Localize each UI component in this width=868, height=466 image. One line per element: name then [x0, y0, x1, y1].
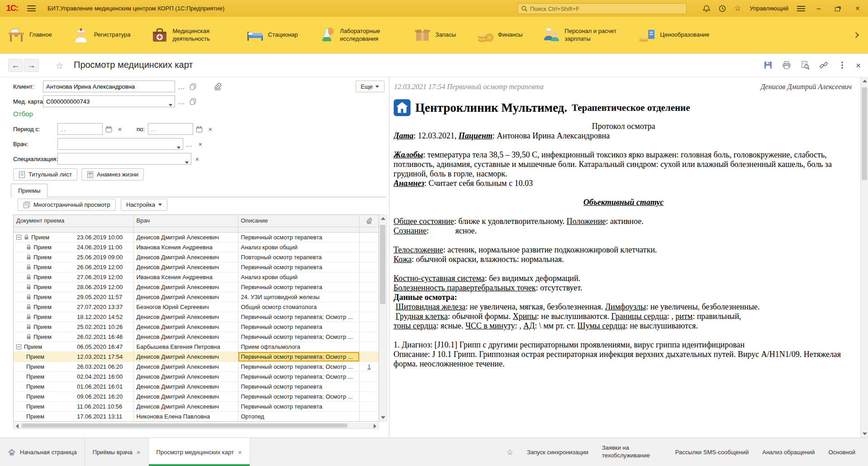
anamnesis-button[interactable]: Анамнез жизни: [81, 168, 144, 181]
column-header-document[interactable]: Документ приема: [14, 215, 133, 227]
collapse-group-icon[interactable]: [16, 235, 21, 240]
tab-prosmotr-medkart[interactable]: Просмотр медицинских карт ×: [149, 438, 250, 466]
scrollbar-thumb[interactable]: [22, 423, 347, 428]
document-scrollbar[interactable]: [860, 77, 868, 437]
scroll-down-icon[interactable]: [381, 416, 385, 419]
appointment-row[interactable]: Прием09.06.2021 16:20Денисов Дмитрий Але…: [14, 391, 379, 401]
global-search[interactable]: [517, 3, 687, 14]
minimize-button[interactable]: –: [813, 3, 825, 14]
attachment-count-link[interactable]: 1: [367, 363, 370, 370]
column-header-doctor[interactable]: Врач: [133, 215, 238, 227]
appointment-row[interactable]: Прием01.06.2021 16:01Денисов Дмитрий Але…: [14, 381, 379, 391]
favorites-icon[interactable]: ☆: [507, 448, 513, 456]
period-to-input[interactable]: . .: [148, 123, 193, 135]
period-from-clear-button[interactable]: ×: [114, 123, 125, 135]
tab-priemy[interactable]: Приемы: [11, 184, 47, 197]
doctor-clear-button[interactable]: ×: [195, 138, 206, 150]
scroll-down-icon[interactable]: [863, 433, 867, 435]
specialization-clear-button[interactable]: ×: [192, 153, 203, 165]
tab-home[interactable]: Начальная страница: [0, 438, 85, 466]
attachments-button[interactable]: [212, 81, 223, 92]
table-horizontal-scrollbar[interactable]: [13, 423, 379, 429]
back-button[interactable]: ←: [8, 59, 23, 72]
medcard-choose-button[interactable]: …: [176, 95, 187, 107]
client-choose-button[interactable]: …: [176, 81, 187, 92]
multipage-view-button[interactable]: Многостраничный просмотр: [18, 199, 116, 211]
restore-button[interactable]: [832, 3, 844, 14]
favorites-icon[interactable]: ☆: [734, 5, 741, 12]
close-tab-icon[interactable]: ×: [238, 449, 242, 456]
preview-icon[interactable]: [800, 60, 810, 70]
save-icon[interactable]: [763, 60, 773, 70]
period-from-input[interactable]: . .: [57, 123, 103, 135]
ribbon-item-lab[interactable]: Лабораторные исследования: [318, 26, 394, 44]
ribbon-item-medical-activity[interactable]: Медицинская деятельность: [151, 26, 226, 44]
close-form-icon[interactable]: ×: [856, 61, 861, 70]
link-appeals-analysis[interactable]: Анализ обращений: [762, 449, 815, 456]
client-input[interactable]: Антонова Ирина Александровна: [43, 81, 175, 92]
appointment-row[interactable]: Прием12.03.2021 17:54Денисов Дмитрий Але…: [14, 352, 379, 361]
current-user[interactable]: Управляющий: [750, 5, 788, 12]
more-actions-icon[interactable]: [837, 60, 847, 70]
link-icon[interactable]: [819, 60, 829, 70]
scroll-left-icon[interactable]: [16, 424, 19, 428]
doctor-choose-button[interactable]: …: [184, 138, 194, 150]
column-header-description[interactable]: Описание: [238, 215, 359, 227]
period-from-calendar-button[interactable]: [103, 123, 114, 135]
add-favorite-icon[interactable]: ☆: [56, 61, 63, 71]
medcard-open-button[interactable]: [187, 95, 198, 107]
appointment-row[interactable]: Прием26.06.2019 12:00Денисов Дмитрий Але…: [14, 262, 379, 272]
scroll-up-icon[interactable]: [381, 217, 385, 220]
appointment-row[interactable]: Прием02.04.2021 16:00Денисов Дмитрий Але…: [14, 371, 379, 381]
more-button[interactable]: Еще: [356, 81, 384, 92]
column-header-attachments[interactable]: [359, 215, 379, 227]
chevron-down-icon[interactable]: [177, 143, 180, 150]
appointment-row[interactable]: Прием06.05.2020 16:47Барбышева Евгения П…: [14, 342, 379, 352]
forward-button[interactable]: →: [24, 59, 39, 72]
table-vertical-scrollbar[interactable]: [379, 214, 387, 422]
chevron-down-icon[interactable]: [185, 158, 189, 165]
appointment-row[interactable]: Прием25.02.2021 10:26Денисов Дмитрий Але…: [14, 322, 379, 332]
appointment-row[interactable]: Прием18.12.2020 14:52Денисов Дмитрий Але…: [14, 312, 379, 322]
appointment-row[interactable]: Прием25.06.2019 09:00Денисов Дмитрий Але…: [14, 252, 379, 262]
ribbon-item-main[interactable]: Главное: [7, 26, 52, 44]
period-to-clear-button[interactable]: ×: [205, 123, 216, 135]
appointment-row[interactable]: Прием26.02.2021 16:46Денисов Дмитрий Але…: [14, 332, 379, 342]
appointment-row[interactable]: Прием27.06.2019 12:00Иванова Ксения Андр…: [14, 272, 379, 282]
link-main[interactable]: Основной: [828, 449, 855, 456]
search-input[interactable]: [530, 5, 683, 12]
main-menu-icon[interactable]: [27, 5, 36, 11]
link-sms[interactable]: Рассылки SMS-сообщений: [675, 449, 749, 456]
filter-section-header[interactable]: Отбор: [13, 110, 33, 118]
close-tab-icon[interactable]: ×: [137, 449, 141, 456]
ribbon-item-zapasy[interactable]: Запасы: [413, 26, 456, 44]
client-open-button[interactable]: [187, 81, 198, 92]
specialization-input[interactable]: [57, 153, 191, 165]
chevron-down-icon[interactable]: [169, 101, 172, 108]
attachment-cell[interactable]: 1: [359, 361, 379, 371]
scrollbar-thumb[interactable]: [380, 225, 385, 304]
ribbon-item-pricing[interactable]: Ценообразование: [638, 26, 709, 44]
title-sheet-button[interactable]: Титульный лист: [13, 168, 77, 181]
medcard-input[interactable]: С000000000743: [43, 95, 175, 107]
ribbon-overflow-chevron[interactable]: [851, 30, 861, 40]
history-icon[interactable]: [718, 5, 726, 13]
notifications-icon[interactable]: [702, 5, 711, 13]
ribbon-item-registratura[interactable]: Регистратура: [72, 26, 131, 44]
scroll-up-icon[interactable]: [863, 80, 867, 82]
period-to-calendar-button[interactable]: [194, 123, 204, 135]
appointment-row[interactable]: Прием26.03.2021 06:20Денисов Дмитрий Але…: [14, 361, 379, 371]
grid-settings-button[interactable]: Настройка: [121, 199, 167, 211]
print-icon[interactable]: [782, 60, 792, 70]
ribbon-item-finance[interactable]: Финансы: [476, 26, 523, 44]
ribbon-item-staff[interactable]: Персонал и расчет зарплаты: [542, 26, 618, 44]
link-sync[interactable]: Запуск синхронизации: [527, 449, 588, 456]
scrollbar-thumb[interactable]: [862, 87, 867, 180]
close-window-button[interactable]: ×: [852, 3, 863, 14]
doctor-input[interactable]: [57, 138, 183, 150]
link-service-requests[interactable]: Заявки на техобслуживание: [602, 444, 662, 460]
service-menu-icon[interactable]: [797, 6, 805, 11]
appointment-row[interactable]: Прием11.06.2021 10:56Денисов Дмитрий Але…: [14, 401, 379, 411]
collapse-group-icon[interactable]: [16, 344, 21, 349]
appointment-row[interactable]: Прием29.05.2020 11:57Денисов Дмитрий Але…: [14, 292, 379, 302]
